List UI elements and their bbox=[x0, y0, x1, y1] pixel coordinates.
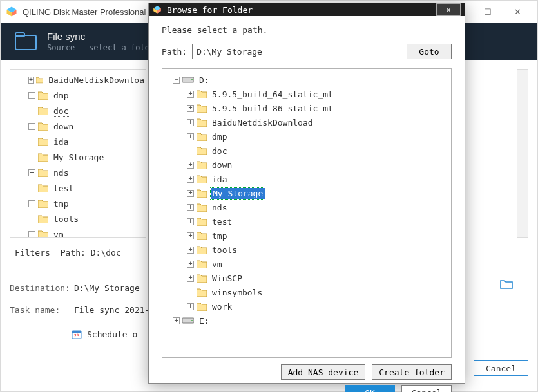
tree-expander-icon[interactable]: + bbox=[187, 176, 194, 183]
folder-icon bbox=[38, 106, 48, 115]
folder-icon bbox=[38, 137, 48, 146]
tree-expander-icon[interactable]: + bbox=[187, 261, 194, 268]
tree-expander-icon[interactable]: + bbox=[187, 133, 194, 140]
tree-expander-icon[interactable]: + bbox=[187, 190, 194, 197]
dialog-tree-item[interactable]: +5.9.5_build_86_static_mt bbox=[162, 101, 451, 115]
tree-expander-icon[interactable]: + bbox=[187, 119, 194, 126]
folder-icon bbox=[36, 75, 43, 84]
tree-expander-icon[interactable]: + bbox=[28, 77, 34, 84]
dialog-tree-item[interactable]: +tools bbox=[162, 243, 451, 257]
tree-expander-icon[interactable]: + bbox=[187, 275, 194, 282]
path-input[interactable] bbox=[192, 44, 401, 59]
dest-folder-icon[interactable] bbox=[500, 279, 513, 289]
dialog-tree-item[interactable]: +nds bbox=[162, 200, 451, 214]
dialog-tree-item[interactable]: +tmp bbox=[162, 229, 451, 243]
tree-expander-icon[interactable]: + bbox=[187, 105, 194, 112]
tree-expander-icon[interactable]: + bbox=[28, 123, 35, 130]
source-tree-item[interactable]: My Storage bbox=[10, 149, 146, 165]
tree-expander-icon[interactable]: + bbox=[187, 162, 194, 169]
source-tree-item[interactable]: +dmp bbox=[10, 88, 146, 103]
tree-expander-icon bbox=[28, 107, 35, 115]
drive-icon bbox=[182, 76, 194, 84]
tree-item-label: down bbox=[52, 122, 75, 131]
tree-expander-icon bbox=[28, 138, 35, 145]
source-tree-item[interactable]: +BaiduNetdiskDownloa bbox=[10, 72, 146, 88]
source-tree-scrollbar[interactable] bbox=[517, 69, 528, 238]
drive-d-node[interactable]: −D: bbox=[162, 73, 451, 87]
dialog-tree-item[interactable]: +5.9.5_build_64_static_mt bbox=[162, 87, 451, 101]
source-tree-item[interactable]: ida bbox=[10, 134, 146, 149]
folder-icon bbox=[197, 189, 207, 198]
dialog-tree-panel: −D:+5.9.5_build_64_static_mt+5.9.5_build… bbox=[162, 68, 452, 358]
tree-item-label: 5.9.5_build_86_static_mt bbox=[211, 104, 334, 113]
source-tree-item[interactable]: +vm bbox=[10, 227, 146, 237]
tree-item-label: nds bbox=[52, 168, 70, 178]
drive-e-node[interactable]: +E: bbox=[162, 313, 451, 328]
destination-value: D:\My Storage bbox=[74, 283, 140, 293]
tree-expander-icon[interactable]: + bbox=[187, 91, 194, 98]
goto-button[interactable]: Goto bbox=[407, 44, 452, 59]
tree-expander-icon[interactable]: + bbox=[28, 231, 35, 238]
dialog-title: Browse for Folder bbox=[167, 5, 253, 15]
source-tree-item[interactable]: test bbox=[10, 180, 146, 196]
cancel-button[interactable]: Cancel bbox=[401, 385, 452, 392]
dialog-tree-item[interactable]: +WinSCP bbox=[162, 271, 451, 285]
maximize-button[interactable]: ☐ bbox=[473, 2, 503, 21]
filters-link[interactable]: Filters bbox=[15, 248, 50, 257]
folder-icon bbox=[38, 230, 48, 237]
tree-expander-icon[interactable]: + bbox=[173, 317, 180, 324]
dialog-cube-icon bbox=[153, 5, 162, 14]
dialog-tree-item[interactable]: +work bbox=[162, 299, 451, 313]
dialog-tree-item[interactable]: doc bbox=[162, 144, 451, 158]
drive-label: E: bbox=[198, 316, 211, 326]
tree-expander-icon[interactable]: + bbox=[187, 247, 194, 254]
folder-icon bbox=[197, 274, 207, 283]
tree-item-label: dmp bbox=[211, 132, 228, 142]
source-tree-item[interactable]: +tmp bbox=[10, 196, 146, 211]
folder-icon bbox=[197, 132, 207, 141]
dialog-tree-item[interactable]: +ida bbox=[162, 172, 451, 186]
source-tree-item[interactable]: tools bbox=[10, 211, 146, 227]
dialog-tree-item[interactable]: +dmp bbox=[162, 129, 451, 144]
header-subtitle: Source - select a folde bbox=[47, 43, 154, 52]
source-tree-item[interactable]: +nds bbox=[10, 165, 146, 180]
dialog-tree-item[interactable]: +BaiduNetdiskDownload bbox=[162, 115, 451, 129]
dialog-tree-item[interactable]: +test bbox=[162, 214, 451, 229]
tree-expander-icon[interactable]: − bbox=[173, 77, 180, 84]
tree-expander-icon[interactable]: + bbox=[28, 92, 35, 99]
svg-rect-3 bbox=[15, 35, 36, 50]
tree-item-label: tools bbox=[52, 214, 80, 224]
dialog-tree-item[interactable]: +vm bbox=[162, 257, 451, 271]
dialog-tree-item[interactable]: +My Storage bbox=[162, 186, 451, 200]
app-logo-icon bbox=[6, 6, 17, 17]
source-tree-item[interactable]: +down bbox=[10, 118, 146, 134]
tree-item-label: doc bbox=[211, 146, 228, 156]
source-tree-item[interactable]: doc bbox=[10, 103, 146, 118]
folder-icon bbox=[197, 89, 207, 98]
dialog-close-button[interactable]: ✕ bbox=[436, 3, 461, 16]
folder-icon bbox=[197, 160, 207, 169]
dialog-tree-item[interactable]: +down bbox=[162, 158, 451, 172]
tree-expander-icon[interactable]: + bbox=[28, 200, 35, 207]
create-folder-button[interactable]: Create folder bbox=[372, 364, 452, 380]
svg-rect-6 bbox=[72, 331, 81, 333]
task-name-value: File sync 2021-4- bbox=[74, 305, 160, 315]
tree-expander-icon bbox=[28, 154, 35, 161]
add-nas-button[interactable]: Add NAS device bbox=[281, 364, 366, 380]
tree-item-label: down bbox=[211, 160, 233, 170]
tree-expander-icon[interactable]: + bbox=[28, 169, 35, 176]
schedule-link[interactable]: Schedule o bbox=[87, 330, 137, 339]
tree-expander-icon[interactable]: + bbox=[187, 218, 194, 225]
tree-expander-icon[interactable]: + bbox=[187, 204, 194, 211]
ok-button[interactable]: OK bbox=[345, 385, 395, 392]
folder-icon bbox=[38, 91, 48, 100]
close-button[interactable]: ✕ bbox=[503, 2, 532, 21]
dialog-tree-item[interactable]: winsymbols bbox=[162, 285, 451, 299]
tree-expander-icon[interactable]: + bbox=[187, 232, 194, 239]
main-cancel-button[interactable]: Cancel bbox=[474, 360, 528, 376]
folder-icon bbox=[38, 168, 48, 177]
source-path-label: Path: D:\doc bbox=[61, 248, 121, 257]
tree-item-label: ida bbox=[52, 137, 70, 147]
folder-icon bbox=[197, 259, 207, 268]
tree-expander-icon[interactable]: + bbox=[187, 303, 194, 310]
